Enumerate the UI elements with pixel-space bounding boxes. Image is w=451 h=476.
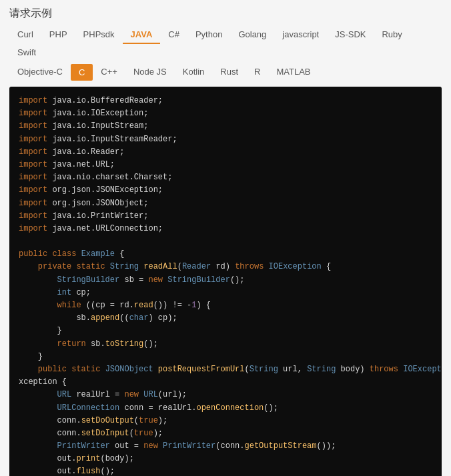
tab-cpp[interactable]: C++: [93, 63, 125, 81]
tab-row-1: Curl PHP PHPsdk JAVA C# Python Golang ja…: [9, 26, 442, 62]
code-container: import java.io.BufferedReader; import ja…: [9, 87, 442, 476]
tab-kotlin[interactable]: Kotlin: [175, 63, 213, 81]
tab-csharp[interactable]: C#: [160, 26, 187, 44]
tab-matlab[interactable]: MATLAB: [268, 63, 318, 81]
tab-ruby[interactable]: Ruby: [374, 26, 410, 44]
tab-js-sdk[interactable]: JS-SDK: [327, 26, 374, 44]
tab-golang[interactable]: Golang: [230, 26, 274, 44]
tab-swift[interactable]: Swift: [9, 44, 44, 62]
tab-curl[interactable]: Curl: [9, 26, 41, 44]
tab-php[interactable]: PHP: [41, 26, 75, 44]
page-title: 请求示例: [0, 0, 451, 26]
tab-python[interactable]: Python: [187, 26, 230, 44]
tab-r[interactable]: R: [246, 63, 268, 81]
tab-rust[interactable]: Rust: [212, 63, 246, 81]
tab-c[interactable]: C: [71, 64, 93, 81]
tab-javascript[interactable]: javascript: [274, 26, 327, 44]
tab-java[interactable]: JAVA: [123, 26, 161, 44]
tab-phpsdk[interactable]: PHPsdk: [75, 26, 123, 44]
code-block: import java.io.BufferedReader; import ja…: [19, 95, 432, 476]
tab-objective-c[interactable]: Objective-C: [9, 63, 71, 81]
tab-nodejs[interactable]: Node JS: [125, 63, 175, 81]
tab-row-2: Objective-C C C++ Node JS Kotlin Rust R …: [9, 63, 442, 81]
